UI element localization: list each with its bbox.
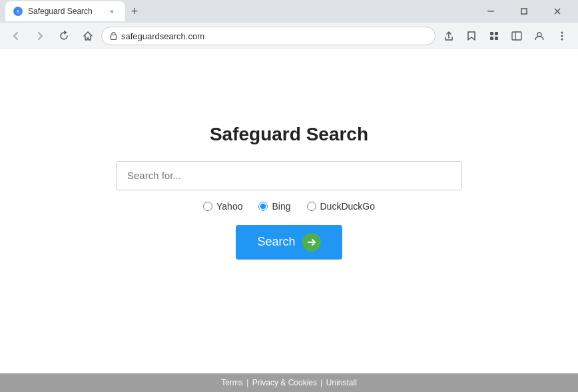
duckduckgo-radio[interactable] bbox=[307, 202, 316, 211]
svg-rect-3 bbox=[521, 9, 527, 14]
svg-rect-9 bbox=[495, 32, 498, 35]
share-button[interactable] bbox=[438, 25, 459, 47]
page-content: Safeguard Search Yahoo Bing DuckDuckGo S… bbox=[0, 49, 578, 373]
bing-radio-label[interactable]: Bing bbox=[258, 201, 290, 212]
svg-rect-11 bbox=[495, 37, 498, 40]
title-bar-left: S Safeguard Search × + bbox=[5, 1, 144, 21]
yahoo-label: Yahoo bbox=[216, 201, 242, 212]
sidebar-button[interactable] bbox=[506, 25, 527, 47]
close-button[interactable] bbox=[542, 0, 573, 23]
browser-tab[interactable]: S Safeguard Search × bbox=[5, 1, 125, 21]
title-bar: S Safeguard Search × + bbox=[0, 0, 578, 23]
tab-close-button[interactable]: × bbox=[107, 6, 117, 17]
svg-rect-8 bbox=[490, 32, 493, 35]
browser-chrome: S Safeguard Search × + bbox=[0, 0, 578, 49]
bing-label: Bing bbox=[272, 201, 290, 212]
reload-button[interactable] bbox=[53, 25, 75, 47]
yahoo-radio-label[interactable]: Yahoo bbox=[203, 201, 242, 212]
address-text: safeguardsearch.com bbox=[121, 31, 204, 41]
search-button[interactable]: Search bbox=[236, 225, 342, 260]
search-arrow-icon bbox=[302, 233, 321, 252]
lock-icon bbox=[110, 31, 117, 41]
extensions-button[interactable] bbox=[483, 25, 505, 47]
search-engine-radio-group: Yahoo Bing DuckDuckGo bbox=[203, 201, 375, 212]
bing-radio[interactable] bbox=[258, 202, 268, 211]
svg-rect-2 bbox=[487, 11, 494, 12]
search-button-label: Search bbox=[257, 235, 295, 249]
toolbar-right bbox=[438, 25, 573, 47]
bookmark-button[interactable] bbox=[461, 25, 482, 47]
page-title: Safeguard Search bbox=[210, 124, 368, 145]
duckduckgo-label: DuckDuckGo bbox=[320, 201, 375, 212]
privacy-link[interactable]: Privacy & Cookies bbox=[252, 378, 317, 387]
svg-rect-10 bbox=[490, 37, 493, 40]
footer: Terms | Privacy & Cookies | Uninstall bbox=[0, 373, 578, 392]
new-tab-button[interactable]: + bbox=[125, 2, 144, 21]
window-controls bbox=[475, 0, 573, 23]
svg-text:S: S bbox=[17, 9, 20, 14]
svg-rect-6 bbox=[111, 35, 117, 39]
separator-1: | bbox=[244, 378, 251, 387]
search-input[interactable] bbox=[116, 161, 462, 190]
duckduckgo-radio-label[interactable]: DuckDuckGo bbox=[307, 201, 375, 212]
tab-favicon: S bbox=[13, 7, 23, 16]
profile-button[interactable] bbox=[529, 25, 550, 47]
svg-point-14 bbox=[537, 33, 541, 37]
maximize-button[interactable] bbox=[509, 0, 539, 23]
yahoo-radio[interactable] bbox=[203, 202, 212, 211]
back-button[interactable] bbox=[5, 25, 27, 47]
separator-2: | bbox=[318, 378, 325, 387]
search-input-wrap bbox=[116, 161, 462, 190]
svg-rect-12 bbox=[512, 32, 521, 40]
svg-point-15 bbox=[561, 32, 563, 34]
tab-title: Safeguard Search bbox=[28, 7, 93, 16]
address-bar[interactable]: safeguardsearch.com bbox=[101, 27, 435, 45]
menu-button[interactable] bbox=[551, 25, 573, 47]
svg-point-17 bbox=[561, 39, 563, 41]
forward-button[interactable] bbox=[29, 25, 51, 47]
svg-point-16 bbox=[561, 35, 563, 37]
svg-marker-7 bbox=[468, 32, 475, 40]
uninstall-link[interactable]: Uninstall bbox=[326, 378, 357, 387]
minimize-button[interactable] bbox=[475, 0, 506, 23]
home-button[interactable] bbox=[77, 25, 99, 47]
browser-toolbar: safeguardsearch.com bbox=[0, 23, 578, 49]
terms-link[interactable]: Terms bbox=[221, 378, 243, 387]
